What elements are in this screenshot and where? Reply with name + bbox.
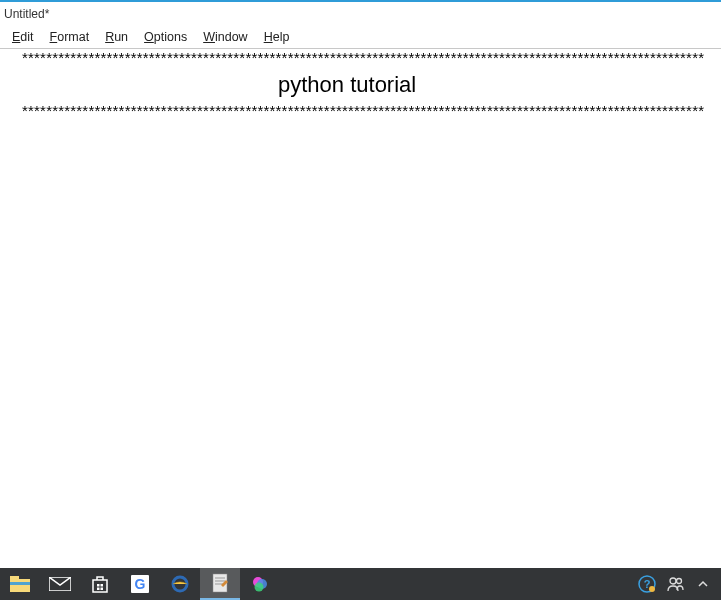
divider-line-top: ****************************************… bbox=[0, 49, 721, 67]
svg-rect-1 bbox=[10, 576, 19, 581]
svg-point-20 bbox=[649, 586, 655, 592]
store-icon[interactable] bbox=[80, 568, 120, 600]
menu-bar: Edit Format Run Options Window Help bbox=[0, 25, 721, 49]
svg-rect-6 bbox=[97, 588, 100, 591]
svg-rect-2 bbox=[10, 582, 30, 585]
svg-point-21 bbox=[670, 578, 676, 584]
notepad-plus-icon[interactable] bbox=[200, 568, 240, 600]
tray-chevron-icon[interactable] bbox=[689, 568, 717, 600]
chrome-icon[interactable]: G bbox=[120, 568, 160, 600]
svg-point-22 bbox=[677, 579, 682, 584]
svg-point-17 bbox=[255, 583, 264, 592]
mail-icon[interactable] bbox=[40, 568, 80, 600]
taskbar: G ? bbox=[0, 568, 721, 600]
divider-line-bottom: ****************************************… bbox=[0, 102, 721, 120]
menu-format[interactable]: Format bbox=[42, 28, 98, 46]
svg-text:G: G bbox=[135, 576, 146, 592]
document-heading: python tutorial bbox=[0, 70, 721, 100]
menu-edit[interactable]: Edit bbox=[4, 28, 42, 46]
menu-help[interactable]: Help bbox=[256, 28, 298, 46]
file-explorer-icon[interactable] bbox=[0, 568, 40, 600]
ie-icon[interactable] bbox=[160, 568, 200, 600]
editor-content[interactable]: ****************************************… bbox=[0, 49, 721, 569]
menu-run[interactable]: Run bbox=[97, 28, 136, 46]
svg-rect-5 bbox=[101, 584, 104, 587]
svg-rect-7 bbox=[101, 588, 104, 591]
help-icon[interactable]: ? bbox=[633, 568, 661, 600]
svg-rect-4 bbox=[97, 584, 100, 587]
people-icon[interactable] bbox=[661, 568, 689, 600]
menu-options[interactable]: Options bbox=[136, 28, 195, 46]
window-title: Untitled* bbox=[4, 7, 49, 21]
paint3d-icon[interactable] bbox=[240, 568, 280, 600]
title-bar: Untitled* bbox=[0, 0, 721, 25]
menu-window[interactable]: Window bbox=[195, 28, 255, 46]
